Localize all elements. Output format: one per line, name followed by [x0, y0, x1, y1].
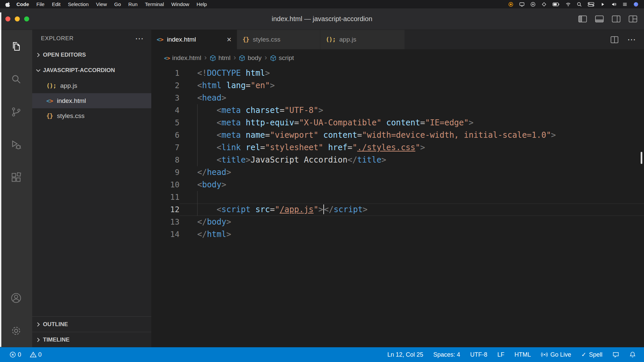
status-spell[interactable]: ✓Spell [581, 351, 602, 358]
control-center-icon[interactable] [588, 2, 594, 7]
code-line-1[interactable]: 1<!DOCTYPE html> [151, 67, 644, 79]
status-go-live[interactable]: Go Live [541, 351, 571, 358]
code-line-4[interactable]: 4 <meta charset="UTF-8"> [151, 104, 644, 117]
breadcrumb-item-html[interactable]: html [210, 54, 230, 62]
macos-menu-bar: CodeFileEditSelectionViewGoRunTerminalWi… [0, 0, 644, 8]
status-eol[interactable]: LF [497, 351, 504, 358]
toggle-primary-sidebar-icon[interactable] [578, 15, 587, 22]
file-styles.css[interactable]: {}styles.css [32, 108, 151, 123]
menu-list-icon[interactable] [622, 2, 628, 7]
breadcrumb-item-body[interactable]: body [239, 54, 261, 62]
more-actions-icon[interactable]: ⋯ [135, 34, 144, 43]
menu-view[interactable]: View [92, 1, 110, 7]
code-line-7[interactable]: 7 <link rel="stylesheet" href="./styles.… [151, 141, 644, 154]
toggle-panel-icon[interactable] [595, 15, 604, 22]
activity-bar-bottom [0, 282, 32, 347]
js-file-icon: (); [46, 82, 56, 89]
window-controls [5, 16, 29, 21]
code-line-9[interactable]: 9</head> [151, 166, 644, 179]
minimize-button[interactable] [15, 16, 20, 21]
workspace-folder-section[interactable]: JAVASCRIPT-ACCORDION [32, 63, 151, 78]
code-line-6[interactable]: 6 <meta name="viewport" content="width=d… [151, 129, 644, 141]
close-tab-icon[interactable]: × [227, 36, 231, 44]
code-line-3[interactable]: 3<head> [151, 92, 644, 104]
menu-selection[interactable]: Selection [64, 1, 93, 7]
menu-go[interactable]: Go [111, 1, 125, 7]
status-indentation[interactable]: Spaces: 4 [433, 351, 460, 358]
code-line-11[interactable]: 11 [151, 191, 644, 203]
breadcrumb-label: script [279, 54, 294, 62]
status-language-mode[interactable]: HTML [515, 351, 531, 358]
menu-help[interactable]: Help [193, 1, 211, 7]
window-title-bar[interactable]: index.html — javascript-accordion [0, 8, 644, 30]
file-app.js[interactable]: ();app.js [32, 78, 151, 93]
status-feedback[interactable] [612, 351, 619, 358]
code-line-5[interactable]: 5 <meta http-equiv="X-UA-Compatible" con… [151, 117, 644, 129]
tab-index.html[interactable]: <>index.html× [151, 30, 237, 49]
activity-item-settings[interactable] [0, 314, 32, 347]
customize-layout-icon[interactable] [629, 15, 637, 22]
chevron-down-icon [35, 67, 42, 74]
siri-icon[interactable] [633, 2, 639, 7]
tab-styles.css[interactable]: {}styles.css [237, 30, 320, 49]
sidebar-title: EXPLORER [41, 35, 73, 42]
zoom-button[interactable] [24, 16, 29, 21]
activity-item-accounts[interactable] [0, 282, 32, 314]
menu-edit[interactable]: Edit [48, 1, 64, 7]
raycast-icon[interactable] [541, 2, 547, 7]
code-line-2[interactable]: 2<html lang="en"> [151, 79, 644, 92]
breadcrumb-label: html [218, 54, 230, 62]
editor-more-actions-icon[interactable]: ⋯ [627, 35, 636, 44]
menu-window[interactable]: Window [168, 1, 193, 7]
explorer-icon [10, 40, 22, 52]
wifi-icon[interactable] [566, 2, 571, 7]
tab-app.js[interactable]: ();app.js [320, 30, 405, 49]
line-number: 14 [151, 228, 179, 241]
activity-item-extensions[interactable] [0, 161, 32, 194]
recording-indicator-icon[interactable] [508, 2, 514, 7]
status-cursor-position[interactable]: Ln 12, Col 25 [387, 351, 423, 358]
activity-item-search[interactable] [0, 63, 32, 96]
menu-code[interactable]: Code [13, 1, 33, 7]
open-editors-section[interactable]: OPEN EDITORS [32, 47, 151, 63]
apple-menu-icon[interactable] [5, 2, 11, 7]
problems-status[interactable]: 0 0 [9, 351, 42, 358]
activity-item-explorer[interactable] [0, 30, 32, 63]
volume-icon[interactable] [611, 2, 616, 7]
activity-item-source-control[interactable] [0, 96, 32, 128]
spotlight-icon[interactable] [577, 2, 582, 7]
breadcrumb-item-index.html[interactable]: <>index.html [164, 54, 201, 62]
activity-item-run-and-debug[interactable] [0, 128, 32, 161]
menu-run[interactable]: Run [125, 1, 142, 7]
line-content: <head> [179, 92, 644, 104]
status-label: Ln 12, Col 25 [387, 351, 423, 358]
battery-icon[interactable] [552, 2, 560, 7]
display-icon[interactable] [519, 2, 525, 7]
timeline-section[interactable]: TIMELINE [32, 332, 151, 347]
file-index.html[interactable]: <>index.html [32, 93, 151, 108]
code-line-14[interactable]: 14</html> [151, 228, 644, 241]
menu-terminal[interactable]: Terminal [141, 1, 168, 7]
status-encoding[interactable]: UTF-8 [470, 351, 487, 358]
code-line-8[interactable]: 8 <title>JavaScript Accordion</title> [151, 154, 644, 166]
toggle-secondary-sidebar-icon[interactable] [612, 15, 621, 22]
chevron-right-icon [35, 52, 42, 58]
close-button[interactable] [5, 16, 10, 21]
tab-label: index.html [167, 36, 196, 43]
code-line-10[interactable]: 10<body> [151, 179, 644, 191]
status-label: UTF-8 [470, 351, 487, 358]
menu-file[interactable]: File [33, 1, 48, 7]
now-playing-icon[interactable] [600, 2, 605, 7]
code-line-13[interactable]: 13</body> [151, 216, 644, 228]
split-editor-icon[interactable] [610, 36, 619, 43]
editor-scrollbar-thumb[interactable] [641, 152, 642, 164]
status-notifications[interactable] [629, 351, 636, 358]
menubar-menus: CodeFileEditSelectionViewGoRunTerminalWi… [13, 1, 211, 7]
editor[interactable]: 1<!DOCTYPE html>2<html lang="en">3<head>… [151, 67, 644, 347]
outline-section[interactable]: OUTLINE [32, 316, 151, 332]
code-line-12[interactable]: 12 <script src="/app.js"></script> [151, 203, 644, 216]
status-label: LF [497, 351, 504, 358]
breadcrumb-item-script[interactable]: script [270, 54, 294, 62]
code-lines: 1<!DOCTYPE html>2<html lang="en">3<head>… [151, 67, 644, 241]
shortcut-circle-icon[interactable] [530, 2, 536, 7]
